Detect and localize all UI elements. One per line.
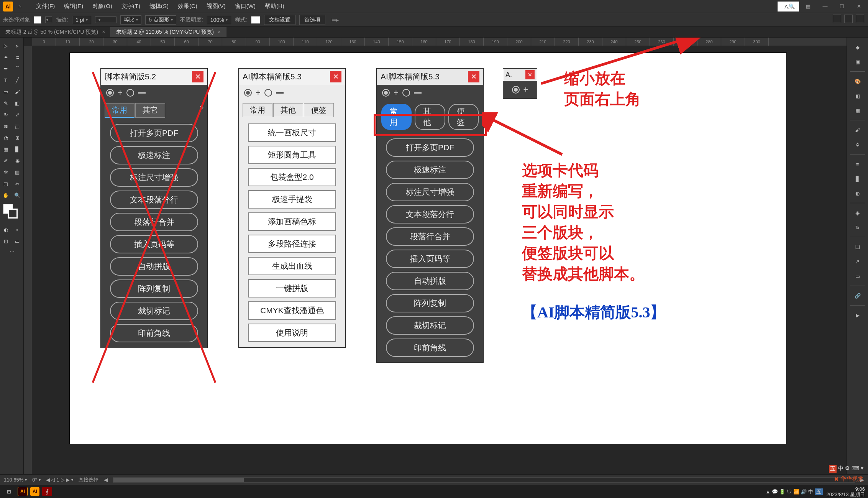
tab-notes[interactable]: 便签 [304, 103, 334, 117]
script-button[interactable]: 插入页码等 [110, 235, 198, 253]
script-button[interactable]: 使用说明 [248, 324, 336, 342]
script-button[interactable]: 包装盒型2.0 [248, 168, 336, 186]
appearance-panel-icon[interactable]: ◉ [850, 206, 865, 219]
panel-53dark-close[interactable]: ✕ [468, 71, 479, 82]
menu-effect[interactable]: 效果(C) [174, 1, 201, 12]
minimize-button[interactable]: — [819, 2, 831, 11]
eraser-tool[interactable]: ◧ [11, 97, 23, 109]
share-icon[interactable] [856, 15, 864, 23]
lasso-tool[interactable]: ⊂ [11, 51, 23, 63]
script-button[interactable]: 标注尺寸增强 [110, 168, 198, 187]
taskbar-clock[interactable]: 9:06 2023/8/13 星期日 [827, 486, 865, 497]
rectangle-tool[interactable]: ▭ [0, 86, 11, 97]
line-tool[interactable]: ╱ [11, 74, 23, 86]
paintbrush-tool[interactable]: 🖌 [11, 86, 23, 97]
menu-window[interactable]: 窗口(W) [231, 1, 259, 12]
script-button[interactable]: 裁切标记 [110, 302, 198, 320]
script-button[interactable]: 一键拼版 [248, 279, 336, 297]
script-button[interactable]: 生成出血线 [248, 257, 336, 275]
script-button[interactable]: 印前角线 [110, 324, 198, 342]
tab-common[interactable]: 常用 [105, 103, 135, 118]
radio-off-icon[interactable] [264, 89, 272, 97]
menu-select[interactable]: 选择(S) [146, 1, 172, 12]
radio-on-icon[interactable] [106, 89, 114, 97]
selection-tool[interactable]: ▷ [0, 40, 11, 51]
artboards-panel-icon[interactable]: ▭ [850, 270, 865, 283]
script-button[interactable]: 阵列复制 [386, 294, 474, 312]
script-button[interactable]: 极速手提袋 [248, 190, 336, 209]
ime-icon[interactable]: 五 [829, 465, 837, 473]
minus-icon[interactable] [276, 92, 284, 94]
menu-type[interactable]: 文字(T) [118, 1, 144, 12]
shaper-tool[interactable]: ✎ [0, 97, 11, 109]
shape-builder-tool[interactable]: ◔ [0, 132, 11, 143]
edit-toolbar[interactable]: ⋯ [0, 247, 24, 256]
curvature-tool[interactable]: ⌒ [11, 63, 23, 74]
radio-on-icon[interactable] [382, 89, 390, 97]
mesh-tool[interactable]: ▦ [0, 143, 11, 155]
gradient-panel-icon[interactable]: ▊ [850, 172, 865, 185]
swatches-panel-icon[interactable]: ▦ [850, 104, 865, 117]
doc-tab-1[interactable]: 未标题-2 @ 110.65 % (CMYK/CPU 预览)× [111, 27, 226, 37]
fill-swatch[interactable] [34, 16, 41, 24]
direct-selection-tool[interactable]: ▹ [11, 40, 23, 51]
script-button[interactable]: 极速标注 [110, 146, 198, 164]
panel-53light-close[interactable]: ✕ [330, 71, 341, 82]
start-button[interactable]: ⊞ [2, 486, 15, 497]
close-button[interactable]: ✕ [853, 2, 865, 11]
menu-object[interactable]: 对象(O) [89, 1, 116, 12]
eyedropper-tool[interactable]: ✐ [0, 155, 11, 166]
script-button[interactable]: 文本段落分行 [110, 191, 198, 209]
script-button[interactable]: 极速标注 [386, 161, 474, 179]
symbols-panel-icon[interactable]: ✲ [850, 138, 865, 151]
slice-tool[interactable]: ✂ [11, 178, 23, 189]
zoom-level[interactable]: 110.65% [4, 477, 27, 483]
free-transform-tool[interactable]: ⬚ [11, 120, 23, 132]
chevron-right-icon[interactable]: » [200, 103, 203, 118]
tab-other[interactable]: 其他 [273, 103, 303, 117]
blend-tool[interactable]: ◉ [11, 155, 23, 166]
style-swatch[interactable] [251, 16, 260, 24]
plus-icon[interactable]: + [256, 88, 261, 98]
brush-dropdown[interactable]: 5 点圆形 [145, 15, 176, 25]
menu-edit[interactable]: 编辑(E) [60, 1, 87, 12]
script-button[interactable]: 印前角线 [386, 339, 474, 357]
pen-tool[interactable]: ✒ [0, 63, 11, 74]
arrange-icon[interactable]: ▦ [802, 2, 814, 11]
play-icon[interactable]: ▶ [850, 309, 865, 322]
script-button[interactable]: 自动拼版 [110, 257, 198, 276]
script-button[interactable]: 矩形圆角工具 [248, 146, 336, 164]
perspective-tool[interactable]: ⊞ [11, 132, 23, 143]
pin-icon[interactable]: ⊨▸ [331, 17, 339, 23]
plus-icon[interactable]: + [118, 88, 123, 98]
color-panel-icon[interactable]: 🎨 [850, 75, 865, 88]
hand-tool[interactable]: ✋ [0, 189, 11, 201]
script-button[interactable]: 段落行合并 [110, 213, 198, 231]
panel-52-close[interactable]: ✕ [192, 71, 203, 82]
doc-arrange-icon[interactable] [833, 15, 841, 23]
script-button[interactable]: 添加画稿色标 [248, 212, 336, 231]
script-button[interactable]: 标注尺寸增强 [386, 183, 474, 201]
screen-toggle[interactable]: ▭ [11, 235, 23, 247]
tab-other[interactable]: 其它 [135, 103, 165, 118]
radio-off-icon[interactable] [126, 89, 134, 97]
width-tool[interactable]: ≋ [0, 120, 11, 132]
links-panel-icon[interactable]: 🔗 [850, 289, 865, 302]
radio-off-icon[interactable] [402, 89, 410, 97]
script-button[interactable]: 插入页码等 [386, 250, 474, 268]
prefs-button[interactable]: 首选项 [299, 15, 325, 25]
menu-view[interactable]: 视图(V) [203, 1, 230, 12]
plus-icon[interactable]: + [523, 85, 528, 95]
fill-stroke-control[interactable] [0, 203, 24, 222]
script-button[interactable]: 段落行合并 [386, 227, 474, 246]
gradient-tool[interactable]: ▊ [11, 143, 23, 155]
minus-icon[interactable] [414, 92, 422, 94]
script-button[interactable]: 裁切标记 [386, 316, 474, 335]
script-button[interactable]: 文本段落分行 [386, 205, 474, 224]
zoom-tool[interactable]: 🔍 [11, 189, 23, 201]
taskbar-app-icon[interactable]: ∮ [42, 487, 52, 496]
magic-wand-tool[interactable]: ✦ [0, 51, 11, 63]
transparency-panel-icon[interactable]: ◐ [850, 187, 865, 200]
script-button[interactable]: 多段路径连接 [248, 235, 336, 253]
taskbar-ai-1[interactable]: Ai [18, 487, 28, 496]
